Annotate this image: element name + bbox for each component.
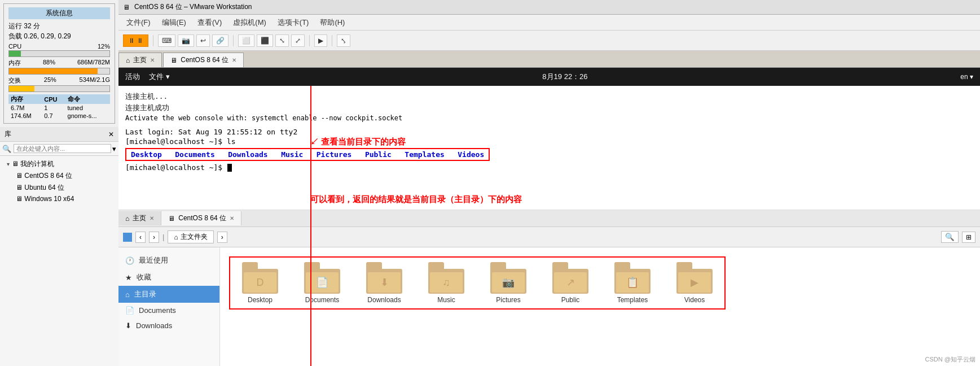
activities-btn[interactable]: 活动 — [125, 72, 140, 82]
fm-tab-home-label: 主页 — [133, 213, 146, 223]
tree-item[interactable]: ▾ 🖥 我的计算机 — [2, 158, 116, 170]
tab-home[interactable]: ⌂ 主页 ✕ — [118, 53, 162, 67]
menu-view[interactable]: 查看(V) — [192, 15, 227, 30]
fullscreen-btn2[interactable]: ⬛ — [257, 34, 273, 47]
menu-file[interactable]: 文件(F) — [121, 15, 156, 30]
tree-item[interactable]: 🖥 CentOS 8 64 位 — [2, 170, 116, 182]
memory-detail: 686M/782M — [77, 59, 110, 67]
snapshot-btn[interactable]: 📷 — [178, 34, 194, 47]
tab-centos-label: CentOS 8 64 位 — [181, 55, 228, 65]
folder-pictures[interactable]: 📷 Pictures — [483, 262, 534, 304]
annotation1: ↙ 查看当前目录下的内容 — [310, 137, 406, 147]
breadcrumb-separator1: | — [162, 233, 164, 241]
nav-forward-btn[interactable]: › — [149, 232, 159, 243]
fm-sidebar: 🕐 最近使用 ★ 收藏 ⌂ 主目录 — [118, 247, 220, 366]
menu-tab[interactable]: 选项卡(T) — [272, 15, 315, 30]
breadcrumb-home[interactable]: ⌂ 主文件夹 — [168, 230, 213, 243]
fm-centos-icon: 🖥 — [168, 215, 175, 223]
folder-desktop[interactable]: D Desktop — [235, 262, 285, 304]
folder-documents[interactable]: 📄 Documents — [297, 262, 348, 304]
fullscreen-btn[interactable]: ⬜ — [238, 34, 254, 47]
resize-btn[interactable]: ⤡ — [275, 34, 289, 47]
tree-item[interactable]: 🖥 Ubuntu 64 位 — [2, 182, 116, 194]
menu-help[interactable]: 帮助(H) — [314, 15, 350, 30]
nav-back-btn[interactable]: ‹ — [135, 232, 146, 243]
fit-btn[interactable]: ⤢ — [291, 34, 305, 47]
power-btn[interactable]: ⏸ ⏸ — [123, 34, 148, 47]
home-icon: ⌂ — [126, 56, 130, 64]
fm-sidebar-documents[interactable]: 📄 Documents — [118, 303, 219, 318]
fm-tab-centos-close[interactable]: ✕ — [230, 215, 234, 221]
downloads-sidebar-label: Downloads — [136, 321, 172, 330]
fm-tab-home-close[interactable]: ✕ — [150, 215, 154, 221]
vmware-titlebar: 🖥 CentOS 8 64 位 – VMware Workstation — [118, 0, 980, 15]
folder-videos[interactable]: ▶ Videos — [669, 262, 720, 304]
fm-home-icon: ⌂ — [125, 215, 129, 223]
col-memory: 内存 — [8, 94, 42, 104]
folder-public-label: Public — [561, 296, 580, 304]
revert-btn[interactable]: ↩ — [196, 34, 210, 47]
search-input[interactable] — [14, 144, 111, 153]
terminal-area: ↙ 查看当前目录下的内容 连接主机... 连接主机成功 Activate the… — [118, 86, 980, 210]
breadcrumb-expand[interactable]: › — [217, 232, 227, 243]
downloads-sidebar-icon: ⬇ — [125, 321, 131, 330]
lang-btn[interactable]: en ▾ — [960, 73, 973, 81]
tab-centos[interactable]: 🖥 CentOS 8 64 位 ✕ — [163, 53, 244, 67]
search-btn[interactable]: 🔍 — [941, 231, 959, 243]
process-row: 174.6M0.7gnome-s... — [8, 112, 110, 120]
col-cpu: CPU — [42, 94, 65, 104]
command-btn[interactable]: ▶ — [314, 34, 327, 47]
send-ctrl-btn[interactable]: ⌨ — [158, 34, 175, 47]
fm-sidebar-downloads[interactable]: ⬇ Downloads — [118, 318, 219, 333]
sidebar-header: 库 ✕ — [0, 127, 118, 142]
starred-icon: ★ — [125, 273, 132, 282]
memory-label: 内存 — [8, 59, 21, 67]
folder-downloads-label: Downloads — [367, 296, 401, 304]
home-indicator — [123, 233, 132, 242]
dropdown-icon[interactable]: ▾ — [112, 145, 116, 153]
fm-tab-home[interactable]: ⌂ 主页 ✕ — [118, 211, 161, 225]
watermark: CSDN @知乎云烟 — [925, 355, 975, 364]
recent-label: 最近使用 — [139, 255, 168, 265]
tab-home-close[interactable]: ✕ — [150, 57, 155, 63]
vm-screen[interactable]: 活动 文件 ▾ 8月19 22：26 en ▾ — [118, 68, 980, 366]
vmware-icon: 🖥 — [123, 3, 130, 11]
unity-btn[interactable]: ⤣ — [337, 34, 350, 47]
fm-body: 🕐 最近使用 ★ 收藏 ⌂ 主目录 — [118, 247, 980, 366]
datetime: 8月19 22：26 — [542, 72, 587, 81]
starred-label: 收藏 — [137, 272, 151, 282]
recent-icon: 🕐 — [125, 256, 134, 265]
folder-templates[interactable]: 📋 Templates — [607, 262, 658, 304]
documents-sidebar-icon: 📄 — [125, 306, 134, 315]
view-toggle-btn[interactable]: ⊞ — [962, 232, 975, 243]
folder-music[interactable]: ♫ Music — [421, 262, 472, 304]
folder-grid-container: D Desktop 📄 — [229, 256, 726, 310]
terminal-prompt2: [michael@localhost ~]$ — [125, 163, 973, 172]
terminal-line-ls: [michael@localhost ~]$ ls — [125, 137, 973, 146]
folder-public[interactable]: ↗ Public — [545, 262, 596, 304]
home-dir-icon: ⌂ — [125, 290, 130, 299]
tree-item[interactable]: 🖥 Windows 10 x64 — [2, 194, 116, 204]
terminal-line-lastlogin: Last login: Sat Aug 19 21:55:12 on tty2 — [125, 128, 973, 136]
menu-edit[interactable]: 编辑(E) — [156, 15, 192, 30]
fm-tab-centos[interactable]: 🖥 CentOS 8 64 位 ✕ — [161, 211, 241, 225]
tab-centos-close[interactable]: ✕ — [232, 57, 236, 63]
swap-detail: 534M/2.1G — [80, 76, 110, 85]
load-label: 负载 0.26, 0.29, 0.29 — [8, 32, 71, 41]
folder-templates-label: Templates — [617, 296, 648, 304]
shared-btn[interactable]: 🔗 — [212, 34, 228, 47]
fm-sidebar-home[interactable]: ⌂ 主目录 — [118, 286, 219, 303]
folder-downloads[interactable]: ⬇ Downloads — [359, 262, 410, 304]
filemanager: ⌂ 主页 ✕ 🖥 CentOS 8 64 位 ✕ — [118, 210, 980, 366]
fm-tabs: ⌂ 主页 ✕ 🖥 CentOS 8 64 位 ✕ — [118, 210, 980, 227]
files-menu[interactable]: 文件 ▾ — [149, 72, 170, 82]
dir-listing: Desktop Documents Downloads Music Pictur… — [125, 148, 490, 161]
cpu-value: 12% — [98, 43, 110, 50]
menu-vm[interactable]: 虚拟机(M) — [227, 15, 272, 30]
sidebar-title: 库 — [5, 129, 11, 139]
col-command: 命令 — [65, 94, 110, 104]
fm-sidebar-starred[interactable]: ★ 收藏 — [118, 269, 219, 286]
gnome-topbar: 活动 文件 ▾ 8月19 22：26 en ▾ — [118, 68, 980, 86]
fm-sidebar-recent[interactable]: 🕐 最近使用 — [118, 252, 219, 269]
sidebar-close-icon[interactable]: ✕ — [108, 130, 114, 138]
